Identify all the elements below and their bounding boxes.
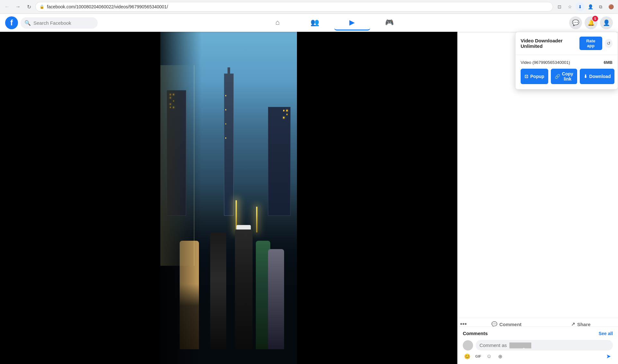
send-button[interactable]: ➤ [604, 352, 613, 361]
gaming-icon: 🎮 [385, 18, 394, 27]
video-icon: ▶ [349, 18, 355, 27]
nav-gaming[interactable]: 🎮 [372, 15, 408, 30]
comment-header: Comments See all [463, 331, 613, 336]
extension-video-info: Video (967990565340001) 6MB [521, 60, 613, 65]
video-frame [160, 32, 297, 364]
search-input[interactable] [33, 20, 94, 26]
video-area[interactable] [0, 32, 457, 364]
copy-link-label: Copy link [562, 71, 573, 82]
shop-front [160, 65, 194, 266]
gif-button[interactable]: GIF [474, 352, 483, 361]
popup-icon: ⊡ [524, 74, 528, 79]
browser-chrome: ← → ↻ 🔒 facebook.com/100080204060022/vid… [0, 0, 618, 14]
download-label: Download [589, 74, 611, 79]
notification-count: 5 [592, 16, 598, 22]
share-label: Share [577, 322, 591, 327]
nav-friends[interactable]: 👥 [297, 15, 333, 30]
fb-header: f 🔍 ⌂ 👥 ▶ 🎮 💬 🔔 5 👤 [0, 14, 618, 32]
download-icon: ⬇ [584, 74, 587, 79]
cast-button[interactable]: ⊡ [555, 2, 564, 11]
extension-popup: Video Downloader Unlimited Rate app ↺ Vi… [515, 32, 618, 90]
avatar-icon: 👤 [603, 19, 610, 26]
nav-home[interactable]: ⌂ [260, 15, 296, 30]
comment-username-placeholder: ████ ██ [509, 342, 531, 348]
popup-button[interactable]: ⊡ Popup [521, 69, 548, 84]
copy-link-button[interactable]: 🔗 Copy link [551, 69, 577, 84]
right-sidebar: Video Downloader Unlimited Rate app ↺ Vi… [457, 32, 618, 364]
browser-actions: ⊡ ☆ ⬇ 👤 ⧉ 🟤 [555, 2, 615, 11]
reload-button[interactable]: ↻ [24, 2, 33, 11]
rate-app-button[interactable]: Rate app [579, 37, 602, 50]
url-text: facebook.com/100080204060022/videos/9679… [47, 4, 168, 9]
user-avatar[interactable]: 👤 [600, 16, 613, 29]
comment-section: Comments See all Comment as ████ ██ 😊 GI… [458, 326, 618, 364]
video-container [160, 32, 297, 364]
emoji-button[interactable]: 😊 [463, 352, 472, 361]
forward-button[interactable]: → [13, 2, 22, 11]
fb-nav: ⌂ 👥 ▶ 🎮 [98, 15, 569, 30]
home-icon: ⌂ [275, 18, 280, 27]
extension-highlight-button[interactable]: ⬇ [576, 2, 585, 11]
extension-close-button[interactable]: ↺ [605, 39, 613, 48]
extension-file-size: 6MB [604, 60, 613, 65]
search-icon: 🔍 [24, 20, 31, 26]
fb-logo[interactable]: f [5, 16, 18, 29]
comment-placeholder: Comment as ████ ██ [479, 342, 609, 348]
messenger-button[interactable]: 💬 [569, 16, 582, 29]
see-all-link[interactable]: See all [599, 331, 613, 336]
fb-main: Video Downloader Unlimited Rate app ↺ Vi… [0, 32, 618, 364]
extension-buttons: ⊡ Popup 🔗 Copy link ⬇ Download [521, 69, 613, 84]
extension-header-actions: Rate app ↺ [579, 37, 613, 50]
comment-label: Comment [499, 322, 522, 327]
link-icon: 🔗 [555, 74, 560, 79]
extensions-menu-button[interactable]: ⧉ [596, 2, 605, 11]
comment-input-area: Comment as ████ ██ [463, 340, 613, 351]
comments-title: Comments [463, 331, 488, 336]
comment-input-box[interactable]: Comment as ████ ██ [476, 340, 613, 351]
extension-header: Video Downloader Unlimited Rate app ↺ [515, 32, 618, 55]
lock-icon: 🔒 [40, 4, 44, 9]
person-5 [268, 249, 284, 349]
notifications-button[interactable]: 🔔 5 [585, 16, 597, 29]
extension-body: Video (967990565340001) 6MB ⊡ Popup 🔗 Co… [515, 55, 618, 89]
messenger-icon: 💬 [572, 19, 579, 26]
fb-search-box[interactable]: 🔍 [21, 17, 98, 29]
comment-action-icons: 😊 GIF ☺ ⊕ ➤ [463, 351, 613, 362]
more-emoji-button[interactable]: ⊕ [496, 352, 505, 361]
sticker-button[interactable]: ☺ [485, 352, 494, 361]
person-2 [210, 232, 226, 349]
browser-toolbar: ← → ↻ 🔒 facebook.com/100080204060022/vid… [0, 0, 618, 13]
bookmark-button[interactable]: ☆ [565, 2, 574, 11]
download-button[interactable]: ⬇ Download [580, 69, 615, 84]
popup-label: Popup [530, 74, 544, 79]
commenter-avatar [463, 340, 473, 351]
fb-logo-letter: f [10, 18, 13, 27]
address-bar[interactable]: 🔒 facebook.com/100080204060022/videos/96… [35, 2, 553, 12]
friends-icon: 👥 [310, 18, 319, 27]
extension-title: Video Downloader Unlimited [521, 38, 579, 49]
person-3 [235, 229, 253, 349]
comment-as-label: Comment as [479, 342, 507, 348]
back-button[interactable]: ← [3, 2, 12, 11]
fb-header-right: 💬 🔔 5 👤 [569, 16, 613, 29]
nav-video[interactable]: ▶ [334, 15, 370, 30]
profile-button[interactable]: 👤 [586, 2, 595, 11]
extension-video-id: Video (967990565340001) [521, 60, 570, 65]
user-account-button[interactable]: 🟤 [606, 2, 615, 11]
